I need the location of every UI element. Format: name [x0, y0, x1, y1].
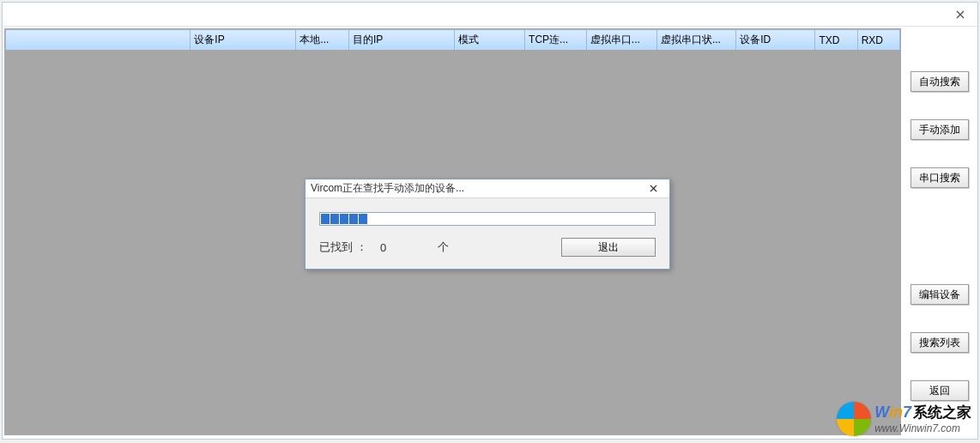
- progress-segment: [340, 214, 348, 224]
- device-table: 设备IP 本地... 目的IP 模式 TCP连... 虚拟串口... 虚拟串口状…: [5, 29, 900, 51]
- col-vcom[interactable]: 虚拟串口...: [586, 30, 656, 51]
- col-tcp[interactable]: TCP连...: [525, 30, 587, 51]
- found-unit: 个: [438, 240, 449, 255]
- watermark-letter: W: [874, 404, 889, 421]
- progress-segment: [349, 214, 358, 224]
- table-header-row: 设备IP 本地... 目的IP 模式 TCP连... 虚拟串口... 虚拟串口状…: [6, 30, 900, 51]
- dialog-title-text: Vircom正在查找手动添加的设备...: [311, 181, 642, 196]
- col-vcom-status[interactable]: 虚拟串口状...: [656, 30, 735, 51]
- watermark-url: www.Winwin7.com: [874, 422, 971, 434]
- exit-button[interactable]: 退出: [561, 238, 656, 257]
- watermark-letter: 7: [903, 404, 911, 421]
- watermark-logo-icon: [837, 402, 871, 436]
- watermark-letter: n: [893, 404, 903, 421]
- col-device-id[interactable]: 设备ID: [736, 30, 815, 51]
- progress-empty: [368, 214, 654, 224]
- watermark-cn: 系统之家: [913, 404, 971, 421]
- status-row: 已找到 ： 0 个 退出: [319, 238, 656, 257]
- watermark-brand: Win7系统之家: [874, 404, 971, 422]
- col-dest-ip[interactable]: 目的IP: [348, 30, 454, 51]
- watermark-text: Win7系统之家 www.Winwin7.com: [874, 404, 971, 434]
- col-rxd[interactable]: RXD: [857, 30, 899, 51]
- dialog-body: 已找到 ： 0 个 退出: [305, 198, 669, 269]
- close-icon: [650, 185, 657, 192]
- search-list-button[interactable]: 搜索列表: [910, 332, 969, 353]
- close-icon: [956, 10, 965, 19]
- dialog-close-button[interactable]: [642, 179, 664, 197]
- search-progress-dialog: Vircom正在查找手动添加的设备... 已找到 ： 0 个 退出: [305, 179, 670, 270]
- found-count: 0: [371, 241, 396, 254]
- found-label: 已找到 ：: [319, 240, 367, 255]
- window-title-bar: [3, 3, 977, 27]
- manual-add-button[interactable]: 手动添加: [910, 119, 969, 140]
- sidebar: 自动搜索 手动添加 串口搜索 编辑设备 搜索列表 返回: [901, 27, 977, 437]
- progress-segment: [330, 214, 339, 224]
- search-progress-bar: [319, 212, 656, 226]
- watermark: Win7系统之家 www.Winwin7.com: [837, 402, 971, 436]
- auto-search-button[interactable]: 自动搜索: [910, 71, 969, 92]
- col-local[interactable]: 本地...: [296, 30, 349, 51]
- progress-segment: [359, 214, 367, 224]
- edit-device-button[interactable]: 编辑设备: [910, 284, 969, 305]
- dialog-title-bar[interactable]: Vircom正在查找手动添加的设备...: [305, 179, 669, 198]
- back-button[interactable]: 返回: [910, 380, 969, 401]
- col-index[interactable]: [6, 30, 191, 51]
- window-close-button[interactable]: [943, 3, 977, 26]
- col-mode[interactable]: 模式: [455, 30, 525, 51]
- col-txd[interactable]: TXD: [815, 30, 857, 51]
- progress-segment: [321, 214, 330, 224]
- serial-search-button[interactable]: 串口搜索: [910, 167, 969, 188]
- col-device-ip[interactable]: 设备IP: [191, 30, 296, 51]
